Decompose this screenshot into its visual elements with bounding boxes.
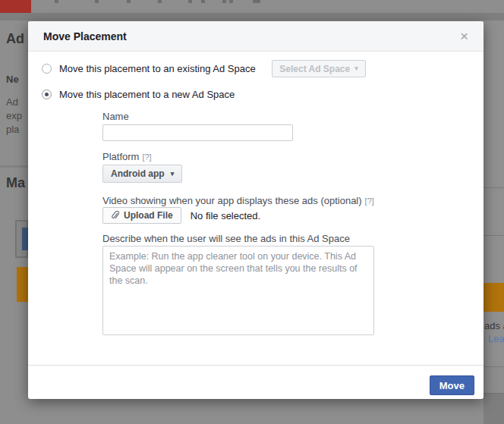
top-nav-shadow (0, 13, 504, 20)
bg-search-button (22, 228, 28, 250)
describe-textarea[interactable] (102, 246, 374, 335)
bg-orange-button (17, 267, 28, 302)
describe-label: Describe when the user will see the ads … (102, 233, 350, 244)
dialog-header: Move Placement × (28, 21, 484, 52)
option-new-ad-space[interactable]: Move this placement to a new Ad Space (42, 85, 235, 103)
bg-learn-more-link: Lea (488, 333, 504, 344)
radio-checked-icon[interactable] (42, 90, 52, 99)
option-existing-ad-space[interactable]: Move this placement to an existing Ad Sp… (42, 59, 256, 77)
help-icon[interactable]: [?] (365, 196, 374, 206)
platform-dropdown[interactable]: Android app ▾ (102, 165, 182, 183)
video-label: Video showing when your app displays the… (102, 195, 374, 206)
move-button[interactable]: Move (430, 375, 474, 395)
caret-down-icon: ▾ (354, 65, 358, 72)
upload-file-label: Upload File (124, 210, 173, 221)
move-placement-dialog: Move Placement × Move this placement to … (28, 21, 484, 399)
screen: Ad Ne Ad exp pla Ma ads a Lea Move Place… (0, 0, 504, 424)
brand-logo-block (0, 0, 31, 13)
dialog-title: Move Placement (43, 30, 127, 42)
platform-label: Platform[?] (102, 151, 152, 162)
bg-row-divider (484, 235, 504, 236)
bg-orange-banner (484, 283, 504, 312)
radio-unchecked-icon[interactable] (42, 64, 52, 74)
dialog-footer: Move (28, 365, 484, 399)
bg-section-divider (0, 165, 28, 168)
bg-row-divider (484, 366, 504, 367)
bg-page-footer-area (484, 393, 504, 424)
caret-down-icon: ▾ (171, 171, 175, 177)
bg-paragraph: Ad exp pla (6, 96, 22, 137)
help-icon[interactable]: [?] (142, 152, 151, 162)
name-label: Name (102, 111, 129, 122)
bg-partial-text: ads a (484, 320, 504, 331)
name-input[interactable] (102, 124, 293, 141)
bg-section-subheading: Ne (6, 74, 19, 85)
platform-dropdown-label: Android app (111, 168, 165, 179)
close-icon[interactable]: × (460, 29, 468, 43)
bg-manage-heading: Ma (6, 175, 25, 191)
upload-row: Upload File No file selected. (102, 207, 260, 224)
select-ad-space-dropdown[interactable]: Select Ad Space ▾ (272, 60, 366, 77)
top-nav-remnants (46, 0, 440, 4)
bg-row-divider (484, 187, 504, 188)
bg-right-card (484, 21, 504, 366)
option-new-label: Move this placement to a new Ad Space (59, 89, 235, 100)
upload-status-text: No file selected. (191, 210, 261, 221)
select-ad-space-label: Select Ad Space (279, 64, 350, 74)
paperclip-icon (111, 211, 119, 220)
bg-page-heading: Ad (6, 31, 24, 47)
option-existing-label: Move this placement to an existing Ad Sp… (59, 63, 256, 74)
upload-file-button[interactable]: Upload File (102, 207, 181, 224)
